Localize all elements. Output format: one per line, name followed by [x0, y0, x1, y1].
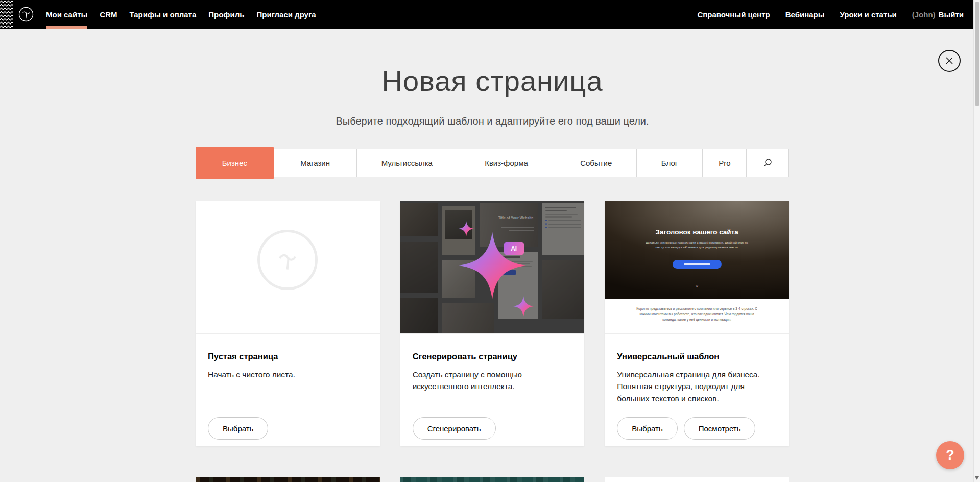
- nav-item-my-sites[interactable]: Мои сайты: [46, 0, 87, 29]
- preview-hero-button: [673, 260, 722, 269]
- preview-body-text: Коротко представьтесь и расскажите о ком…: [636, 306, 758, 322]
- vertical-scrollbar[interactable]: [973, 0, 980, 482]
- card-title: Сгенерировать страницу: [413, 352, 572, 362]
- nav-item-label: Мои сайты: [46, 10, 87, 19]
- nav-item-label: CRM: [100, 10, 117, 19]
- template-category-tabs: Бизнес Магазин Мультиссылка Квиз-форма С…: [196, 149, 789, 177]
- page-title: Новая страница: [196, 64, 789, 98]
- generate-button[interactable]: Сгенерировать: [413, 417, 496, 440]
- template-card-preview-partial[interactable]: [605, 477, 789, 482]
- template-card-preview-partial[interactable]: [400, 477, 585, 482]
- tilda-new-page-screen: Мои сайты CRM Тарифы и оплата Профиль Пр…: [0, 0, 980, 482]
- tab-label: Событие: [580, 159, 612, 167]
- card-body: Универсальный шаблон Универсальная стран…: [605, 334, 789, 404]
- navbar-right-menu: Справочный центр Вебинары Уроки и статьи…: [697, 0, 964, 29]
- universal-template-preview[interactable]: Заголовок вашего сайта Добавьте интересн…: [605, 201, 789, 334]
- preview-hero-title: Заголовок вашего сайта: [605, 228, 789, 236]
- top-navbar: Мои сайты CRM Тарифы и оплата Профиль Пр…: [0, 0, 980, 29]
- nav-item-webinars[interactable]: Вебинары: [785, 0, 825, 29]
- card-actions: Выбрать: [208, 417, 268, 440]
- tab-business[interactable]: Бизнес: [196, 147, 274, 179]
- tilda-logo-icon[interactable]: [18, 7, 34, 22]
- nav-item-lessons[interactable]: Уроки и статьи: [840, 0, 897, 29]
- preview-text-section: Коротко представьтесь и расскажите о ком…: [605, 299, 789, 334]
- card-description: Универсальная страница для бизнеса. Поня…: [617, 369, 775, 404]
- ai-sparkle-small-icon: [513, 296, 534, 317]
- tab-store[interactable]: Магазин: [274, 149, 357, 177]
- choose-button[interactable]: Выбрать: [208, 417, 268, 440]
- zigzag-pattern-icon: [0, 0, 13, 29]
- tab-event[interactable]: Событие: [556, 149, 637, 177]
- ai-sparkle-small-icon: [459, 221, 474, 236]
- template-card-universal: Заголовок вашего сайта Добавьте интересн…: [605, 201, 789, 446]
- nav-item-profile[interactable]: Профиль: [208, 0, 244, 29]
- tab-multilink[interactable]: Мультиссылка: [357, 149, 457, 177]
- user-name: (John): [912, 10, 936, 19]
- tab-quiz-form[interactable]: Квиз-форма: [457, 149, 556, 177]
- close-button[interactable]: [938, 50, 961, 72]
- logout-label: Выйти: [939, 10, 964, 19]
- collage-photo-tile: [542, 260, 585, 319]
- tab-label: Бизнес: [222, 159, 247, 167]
- page-subtitle: Выберите подходящий шаблон и адаптируйте…: [196, 115, 789, 127]
- template-card-ai-generate: Title of Your Website: [400, 201, 585, 446]
- card-body: Пустая страница Начать с чистого листа.: [196, 334, 380, 380]
- nav-item-label: Вебинары: [785, 10, 825, 19]
- card-title: Универсальный шаблон: [617, 352, 777, 362]
- nav-item-pricing[interactable]: Тарифы и оплата: [129, 0, 196, 29]
- template-cards-row-2-partial: [196, 477, 789, 482]
- ai-badge: AI: [504, 242, 524, 255]
- nav-item-label: Тарифы и оплата: [129, 10, 196, 19]
- tab-label: Pro: [719, 159, 730, 167]
- collage-photo-tile: [400, 298, 438, 334]
- tilda-watermark-icon: [257, 230, 318, 290]
- nav-item-invite-friend[interactable]: Пригласи друга: [256, 0, 316, 29]
- collage-photo-tile: [400, 242, 438, 293]
- card-description: Создать страницу с помощью искусственног…: [413, 369, 571, 393]
- tab-label: Магазин: [300, 159, 330, 167]
- collage-document-tile: [542, 203, 585, 255]
- preview-hero-section: Заголовок вашего сайта Добавьте интересн…: [605, 201, 789, 299]
- nav-item-label: Уроки и статьи: [840, 10, 897, 19]
- nav-item-label: Справочный центр: [697, 10, 770, 19]
- scrollbar-down-arrow-icon[interactable]: [975, 476, 979, 480]
- nav-item-crm[interactable]: CRM: [100, 0, 117, 29]
- close-icon: [944, 56, 954, 66]
- collage-hero-title: Title of Your Website: [498, 216, 534, 220]
- template-card-preview-partial[interactable]: [196, 477, 380, 482]
- choose-button[interactable]: Выбрать: [617, 417, 677, 440]
- chevron-down-icon: ⌄: [605, 282, 789, 288]
- collage-photo-tile: [400, 203, 438, 236]
- tab-label: Мультиссылка: [381, 159, 433, 167]
- card-description: Начать с чистого листа.: [208, 369, 366, 380]
- preview-hero-subtitle: Добавьте интересные подробности о вашей …: [642, 240, 752, 250]
- nav-item-label: Пригласи друга: [256, 10, 316, 19]
- card-title: Пустая страница: [208, 352, 368, 362]
- blank-page-preview[interactable]: [196, 201, 380, 334]
- card-actions: Сгенерировать: [413, 417, 496, 440]
- tab-blog[interactable]: Блог: [637, 149, 703, 177]
- tab-label: Квиз-форма: [485, 159, 528, 167]
- question-mark-icon: ?: [946, 447, 954, 463]
- tab-search[interactable]: [747, 149, 788, 177]
- view-button[interactable]: Посмотреть: [684, 417, 756, 440]
- template-card-blank-page: Пустая страница Начать с чистого листа. …: [196, 201, 380, 446]
- template-cards-grid: Пустая страница Начать с чистого листа. …: [196, 201, 789, 446]
- scrollbar-thumb[interactable]: [975, 2, 979, 106]
- nav-item-label: Профиль: [208, 10, 244, 19]
- card-body: Сгенерировать страницу Создать страницу …: [400, 334, 585, 393]
- ai-preview-collage[interactable]: Title of Your Website: [400, 201, 585, 334]
- collage-photo-tile: [442, 303, 494, 334]
- help-button[interactable]: ?: [936, 441, 964, 469]
- tab-label: Блог: [661, 159, 678, 167]
- card-actions: Выбрать Посмотреть: [617, 417, 755, 440]
- nav-item-help-center[interactable]: Справочный центр: [697, 0, 770, 29]
- search-icon: [762, 158, 773, 168]
- nav-item-logout[interactable]: (John) Выйти: [912, 0, 964, 29]
- tab-pro[interactable]: Pro: [703, 149, 747, 177]
- navbar-left-menu: Мои сайты CRM Тарифы и оплата Профиль Пр…: [46, 0, 316, 29]
